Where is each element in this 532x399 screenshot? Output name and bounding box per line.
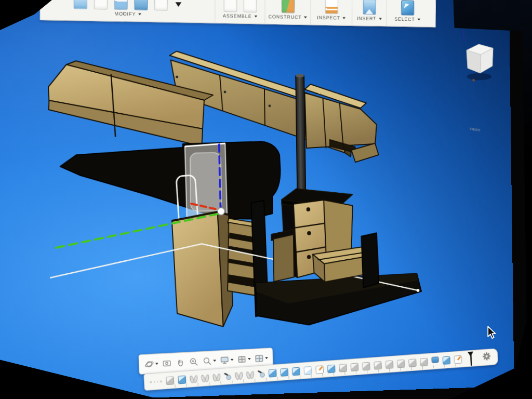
chevron-down-icon: [379, 18, 382, 20]
timeline-item-flag[interactable]: [431, 356, 438, 363]
toolbar-group-insert[interactable]: INSERT: [352, 0, 387, 26]
gear-icon: [483, 352, 491, 361]
chevron-down-icon[interactable]: [265, 357, 268, 359]
timeline-item-component[interactable]: [292, 367, 300, 376]
modify-menu-label[interactable]: MODIFY: [114, 11, 136, 17]
chevron-down-icon[interactable]: [247, 357, 250, 360]
toolbar-group-modify[interactable]: MODIFY: [40, 0, 216, 23]
joint-icon[interactable]: [243, 0, 257, 12]
timeline-playback-controls: «‹›»: [150, 378, 163, 384]
look-at-tool[interactable]: [162, 357, 172, 368]
timeline-item-body[interactable]: [362, 362, 370, 370]
display-settings-icon: [219, 355, 230, 366]
chevron-down-icon: [138, 13, 141, 15]
timeline-item-component[interactable]: [269, 368, 277, 377]
timeline-item-outline[interactable]: [304, 366, 312, 375]
timeline-item-body[interactable]: [339, 364, 347, 373]
fit-tool[interactable]: [202, 355, 216, 366]
look-at-icon: [162, 357, 172, 368]
chevron-down-icon[interactable]: [213, 360, 216, 362]
grid-icon: [236, 354, 247, 365]
viewcube-face-front-label: FRONT: [470, 127, 481, 132]
viewports-icon: [254, 353, 264, 364]
new-component-icon[interactable]: [223, 0, 237, 12]
chevron-down-icon: [254, 15, 257, 17]
toolbar-group-assemble[interactable]: ASSEMBLE: [215, 0, 265, 24]
fusion360-screen: FRONT RIGHT MODIFY: [0, 0, 514, 399]
3d-model-scene: FRONT RIGHT: [0, 0, 514, 399]
select-cursor-icon[interactable]: [401, 0, 414, 16]
zoom-icon: [189, 356, 199, 367]
timeline-item-loft[interactable]: [235, 371, 243, 379]
grid-and-snaps-tool[interactable]: [236, 354, 250, 365]
timeline-item-loft[interactable]: [246, 371, 254, 379]
toolbar-group-select[interactable]: SELECT: [387, 0, 428, 27]
press-pull-icon[interactable]: [73, 0, 87, 9]
display-settings-tool[interactable]: [219, 354, 233, 365]
timeline-go-to-start-button[interactable]: «: [150, 379, 152, 384]
tall-cabinet[interactable]: [172, 211, 233, 328]
timeline-item-loft[interactable]: [201, 374, 209, 382]
timeline-item-body[interactable]: [420, 357, 428, 366]
inspect-menu-label[interactable]: INSPECT: [317, 15, 340, 21]
split-body-icon[interactable]: [154, 0, 168, 11]
assemble-menu-label[interactable]: ASSEMBLE: [223, 13, 252, 19]
photographed-monitor: FRONT RIGHT MODIFY: [0, 0, 532, 399]
timeline-item-body[interactable]: [166, 376, 174, 385]
support-pole[interactable]: [296, 74, 305, 204]
toolbar-group-inspect[interactable]: INSPECT: [311, 0, 352, 25]
timeline-item-body[interactable]: [374, 361, 382, 370]
measure-icon[interactable]: [325, 0, 338, 14]
timeline-go-to-end-button[interactable]: »: [159, 378, 162, 383]
small-cabinet[interactable]: [271, 230, 295, 282]
select-menu-label[interactable]: SELECT: [394, 16, 415, 22]
timeline-item-sketch[interactable]: [454, 355, 462, 363]
chevron-down-icon: [304, 16, 307, 18]
orbit-tool[interactable]: [144, 358, 158, 369]
insert-image-icon[interactable]: [363, 0, 376, 15]
timeline-item-body[interactable]: [385, 360, 394, 369]
timeline-item-component[interactable]: [327, 364, 336, 373]
timeline-item-body[interactable]: [351, 363, 359, 371]
fit-icon: [202, 355, 212, 366]
timeline-item-body[interactable]: [397, 359, 405, 368]
chevron-down-icon: [343, 17, 346, 19]
viewports-tool[interactable]: [254, 353, 268, 364]
timeline-item-component[interactable]: [443, 356, 451, 364]
timeline-item-loft[interactable]: [212, 373, 220, 381]
toolbar-group-construct[interactable]: CONSTRUCT: [265, 0, 311, 24]
orbit-icon: [144, 358, 154, 369]
zoom-tool[interactable]: [189, 356, 199, 367]
construct-menu-label[interactable]: CONSTRUCT: [269, 14, 302, 20]
black-column[interactable]: [361, 233, 379, 287]
timeline-item-joint[interactable]: [224, 373, 231, 380]
black-platform[interactable]: [60, 141, 281, 222]
shell-icon[interactable]: [114, 0, 127, 10]
insert-menu-label[interactable]: INSERT: [357, 16, 376, 21]
chevron-down-icon[interactable]: [155, 363, 158, 365]
3d-viewport-canvas[interactable]: FRONT RIGHT MODIFY: [0, 0, 514, 399]
timeline-item-loft[interactable]: [190, 375, 197, 382]
timeline-settings-button[interactable]: [483, 352, 491, 363]
timeline-item-body[interactable]: [408, 358, 417, 367]
timeline-item-component[interactable]: [178, 375, 186, 384]
pan-icon: [175, 357, 185, 368]
pan-tool[interactable]: [175, 357, 185, 368]
timeline-playhead-marker[interactable]: [467, 351, 474, 366]
chevron-down-icon: [417, 18, 420, 20]
fillet-icon[interactable]: [94, 0, 107, 9]
timeline-item-sketch[interactable]: [315, 365, 324, 374]
timeline-item-component[interactable]: [280, 368, 288, 377]
more-menu-caret-icon[interactable]: [174, 0, 182, 11]
construction-plane-icon[interactable]: [281, 0, 295, 13]
timeline-step-back-button[interactable]: ‹: [153, 379, 155, 384]
timeline-play-button[interactable]: ›: [156, 379, 158, 384]
timeline-item-joint[interactable]: [258, 370, 265, 378]
offset-face-icon[interactable]: [134, 0, 148, 10]
chevron-down-icon[interactable]: [230, 358, 233, 361]
